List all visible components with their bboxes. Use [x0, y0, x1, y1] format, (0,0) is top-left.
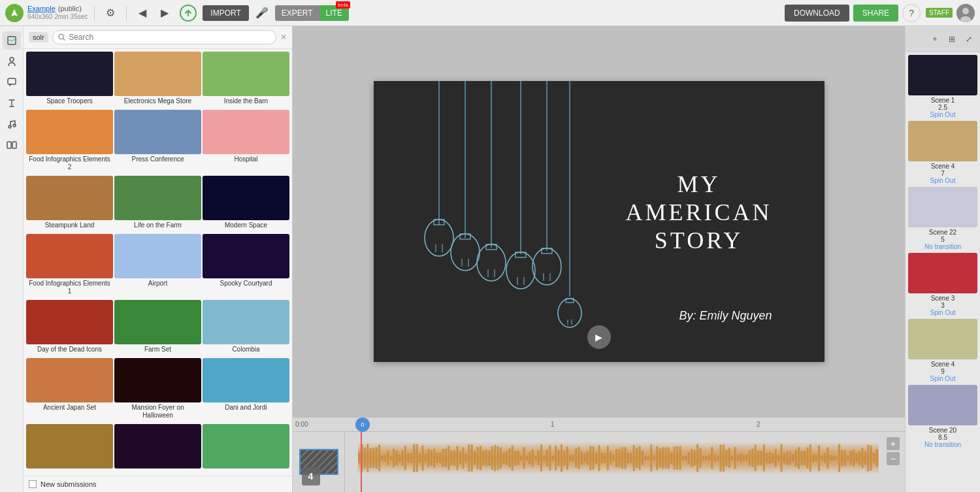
svg-point-2: [962, 8, 969, 14]
play-button[interactable]: ▶: [587, 325, 611, 349]
svg-rect-165: [705, 456, 707, 460]
new-submissions-checkbox[interactable]: [29, 480, 37, 488]
thumbnail-item[interactable]: Space Troopers: [26, 52, 113, 108]
thumbnail-item[interactable]: Steampunk Land: [26, 176, 113, 233]
thumbnail-item[interactable]: Modern Space: [203, 176, 289, 233]
app-logo[interactable]: [5, 4, 24, 22]
thumbnail-item[interactable]: [203, 424, 289, 473]
thumbnail-item[interactable]: [114, 424, 201, 473]
thumbnail-item[interactable]: Inside the Barn: [203, 52, 289, 108]
scene-transition[interactable]: Spin Out: [930, 111, 956, 118]
sidebar-icon-music[interactable]: [3, 115, 21, 133]
sidebar-icon-characters[interactable]: [3, 52, 21, 71]
download-button[interactable]: DOWNLOAD: [785, 5, 849, 22]
thumbnail-item[interactable]: Dani and Jordi: [203, 358, 289, 423]
timeline-track[interactable]: // Will be done inline + −: [345, 432, 905, 492]
playhead-handle[interactable]: 0: [355, 418, 370, 432]
lite-mode-button[interactable]: LITE beta: [319, 5, 349, 21]
settings-button[interactable]: ⚙: [101, 4, 120, 22]
scene-list: Scene 1 2.5 Spin Out Scene 4 7 Spin Out …: [906, 52, 980, 492]
thumbnail-item[interactable]: Farm Set: [114, 300, 201, 357]
scene-transition[interactable]: Spin Out: [930, 177, 956, 184]
scene-transition[interactable]: No transition: [924, 441, 961, 448]
thumbnail-item[interactable]: Hospital: [203, 110, 289, 174]
thumbnail-image: [114, 300, 201, 344]
thumbnail-item[interactable]: Food Infographics Elements 1: [26, 234, 113, 299]
upload-button[interactable]: [178, 3, 199, 24]
sidebar-icon-backgrounds[interactable]: [3, 31, 21, 50]
svg-rect-126: [593, 446, 595, 470]
add-scene-button[interactable]: +: [928, 32, 942, 46]
redo-button[interactable]: ▶: [155, 4, 174, 22]
thumbnail-item[interactable]: Electronics Mega Store: [114, 52, 201, 108]
scene-transition[interactable]: Spin Out: [930, 309, 956, 316]
thumbnail-item[interactable]: Press Conference: [114, 110, 201, 174]
thumbnail-item[interactable]: Ancient Japan Set: [26, 358, 113, 423]
grid-view-button[interactable]: ⊞: [945, 32, 959, 46]
svg-rect-55: [387, 451, 389, 465]
scene-num: 5: [941, 236, 945, 243]
microphone-button[interactable]: 🎤: [253, 4, 271, 22]
scene-item[interactable]: Scene 4 9 Spin Out: [908, 319, 977, 382]
svg-rect-181: [751, 449, 753, 468]
thumbnail-item[interactable]: Day of the Dead Icons: [26, 300, 113, 357]
sidebar-icon-text[interactable]: [3, 94, 21, 112]
svg-rect-194: [789, 451, 791, 465]
svg-rect-215: [850, 451, 852, 465]
svg-rect-151: [664, 448, 666, 469]
share-button[interactable]: SHARE: [853, 5, 898, 22]
svg-rect-104: [529, 451, 531, 464]
svg-rect-124: [587, 451, 589, 465]
scene-label: Scene 20: [929, 427, 956, 434]
thumbnail-label: Life on the Farm: [133, 220, 183, 232]
svg-rect-83: [468, 444, 470, 471]
sidebar-icon-speech[interactable]: [3, 73, 21, 91]
search-input[interactable]: [69, 33, 270, 42]
help-button[interactable]: ?: [902, 4, 921, 22]
expert-mode-button[interactable]: EXPERT: [275, 5, 319, 21]
thumbnail-item[interactable]: Spooky Courtyard: [203, 234, 289, 299]
user-avatar[interactable]: [956, 4, 975, 22]
timeline-zoom-in[interactable]: +: [887, 437, 900, 450]
svg-rect-117: [566, 446, 568, 470]
svg-rect-138: [627, 453, 629, 464]
svg-rect-66: [419, 453, 421, 463]
right-panel: + ⊞ ⤢ Scene 1 2.5 Spin Out Scene 4 7 Spi…: [905, 26, 980, 492]
thumbnail-item[interactable]: [26, 424, 113, 473]
scene-item[interactable]: Scene 3 3 Spin Out: [908, 253, 977, 316]
svg-rect-148: [656, 446, 658, 470]
undo-button[interactable]: ◀: [133, 4, 152, 22]
svg-rect-88: [482, 450, 484, 465]
thumbnail-item[interactable]: Mansion Foyer on Halloween: [114, 358, 201, 423]
scene-item[interactable]: Scene 20 8.5 No transition: [908, 385, 977, 448]
svg-rect-137: [624, 447, 626, 468]
svg-rect-152: [668, 448, 670, 469]
sidebar-icon-transitions[interactable]: [3, 136, 21, 154]
scene-thumbnail: [908, 385, 977, 425]
thumbnail-image: [114, 52, 201, 96]
scene-item[interactable]: Scene 1 2.5 Spin Out: [908, 55, 977, 118]
scene-transition[interactable]: No transition: [924, 243, 961, 250]
svg-rect-199: [804, 450, 806, 465]
svg-rect-63: [410, 453, 412, 463]
svg-rect-68: [425, 454, 427, 463]
scene-transition[interactable]: Spin Out: [930, 375, 956, 382]
svg-point-7: [8, 125, 11, 128]
expand-panel-button[interactable]: ⤢: [962, 32, 976, 46]
svg-point-8: [13, 124, 16, 127]
thumbnail-item[interactable]: Food Infographics Elements 2: [26, 110, 113, 174]
svg-rect-132: [610, 451, 612, 465]
timeline-zoom-out[interactable]: −: [887, 452, 900, 465]
scene-item[interactable]: Scene 4 7 Spin Out: [908, 121, 977, 184]
svg-rect-75: [445, 449, 447, 467]
thumbnail-item[interactable]: Airport: [114, 234, 201, 299]
svg-rect-61: [404, 446, 406, 470]
search-clear-button[interactable]: ✕: [280, 33, 287, 42]
scene-item[interactable]: Scene 22 5 No transition: [908, 187, 977, 250]
thumbnail-item[interactable]: Life on the Farm: [114, 176, 201, 233]
thumbnail-label: [157, 468, 159, 472]
svg-rect-67: [421, 446, 423, 470]
project-name[interactable]: Example: [27, 5, 56, 13]
import-button[interactable]: IMPORT: [203, 5, 248, 21]
thumbnail-item[interactable]: Colombia: [203, 300, 289, 357]
